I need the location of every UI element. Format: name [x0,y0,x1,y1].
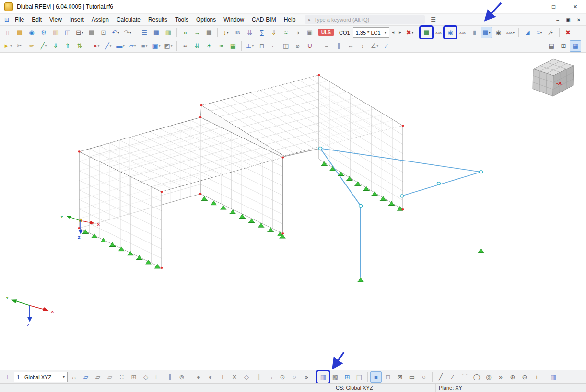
numbering-icon[interactable]: 12 [179,40,191,52]
generate-fe-mesh-icon[interactable]: ▦ [421,27,432,38]
clipping-box-icon[interactable]: ⊞ [558,40,569,52]
next-load-case-icon[interactable]: ► [397,30,404,35]
snap-nearest-icon[interactable]: ◇ [241,371,252,383]
menu-results[interactable]: Results [144,15,171,24]
navigator-icon[interactable]: ▥ [50,27,61,38]
mesh-settings-icon[interactable]: ▩ [329,371,341,383]
table-import-icon[interactable]: ⇓ [50,40,61,52]
grid-icon[interactable]: ⊞ [128,371,140,383]
snap-center-icon[interactable]: ⊙ [277,371,288,383]
delete-results-icon[interactable]: ✖ [404,27,415,38]
line-support-icon[interactable]: ⊓ [256,40,268,52]
search-box[interactable]: ▸ [305,15,425,24]
new-line-icon[interactable]: ╱ [103,40,114,52]
navigation-cube[interactable] [533,59,574,96]
delete-all-results-icon[interactable]: ✖ [562,27,574,38]
select-window-icon[interactable]: ⊠ [394,371,406,383]
draw-arc-icon[interactable]: ⌒ [459,371,470,383]
new-member-icon[interactable]: ▬ [115,40,126,52]
grid-points-icon[interactable]: ∷ [116,371,128,383]
table-export-icon[interactable]: ⇑ [62,40,73,52]
snap-node-icon[interactable]: ● [193,371,204,383]
stretch-icon[interactable]: ↕ [357,40,368,52]
section-icon[interactable]: ∕ [545,27,557,38]
draw-ellipse-icon[interactable]: ◎ [483,371,494,383]
slope-icon[interactable]: ∕ [381,40,392,52]
load-case-combobox[interactable]: 1.35 * LC1 ▾ [353,27,389,38]
undo-icon[interactable]: ↶ [110,27,121,38]
calc-diagram-icon[interactable]: ▦ [203,27,215,38]
show-fe-mesh-icon[interactable]: ◉ [445,27,456,38]
generate-loads-icon[interactable]: ⇊ [191,40,203,52]
mdi-close-button[interactable]: ✕ [574,15,584,24]
edit-objects-icon[interactable]: ✂ [14,40,25,52]
display-grid-icon[interactable]: ▤ [546,40,557,52]
select-rect-icon[interactable]: ▭ [406,371,418,383]
more-draw-icon[interactable]: » [495,371,506,383]
grid-display-icon[interactable]: ▦ [548,371,559,383]
copy-icon[interactable]: ⊡ [98,27,109,38]
zoom-in-icon[interactable]: ⊕ [507,371,518,383]
render-wire-icon[interactable]: □ [382,371,394,383]
values-display-icon[interactable]: x.xx [504,27,516,38]
panel-icon[interactable]: ▣ [304,27,316,38]
save-icon[interactable]: ◫ [62,27,73,38]
polyline-icon[interactable]: ╱ [38,40,49,52]
mdi-restore-button[interactable]: ▣ [563,15,574,24]
workplane-combobox[interactable]: 1 - Global XYZ ▾ [14,372,68,382]
previous-load-case-icon[interactable]: ◄ [390,30,397,35]
table-grid-icon[interactable]: ▦ [151,27,162,38]
draw-line-icon[interactable]: ╱ [435,371,446,383]
render-mode-icon[interactable]: ▦ [570,40,581,52]
mesh-quality-icon[interactable]: ⊞ [341,371,353,383]
wind-load-icon[interactable]: ≈ [215,40,227,52]
generate-mesh-icon[interactable]: ▦ [227,40,239,52]
standard-en-icon[interactable]: EN [232,27,244,38]
show-results-icon[interactable]: ≈ [280,27,292,38]
tables-icon[interactable]: ☰ [139,27,150,38]
align-edges-icon[interactable]: ∥ [333,40,344,52]
mdi-minimize-button[interactable]: – [552,15,563,24]
combinations-icon[interactable]: ∑ [256,27,268,38]
result-values-icon[interactable]: x.xx [457,27,468,38]
close-button[interactable]: ✕ [564,0,586,13]
ortho-icon[interactable]: ∟ [152,371,164,383]
table-tools-icon[interactable]: ▥ [163,27,174,38]
menu-cad-bim[interactable]: CAD-BIM [248,15,280,24]
member-hinge-icon[interactable]: ⌐ [268,40,280,52]
section-tool-icon[interactable]: ⌀ [292,40,304,52]
new-node-icon[interactable]: ● [91,40,102,52]
menu-view[interactable]: View [46,15,66,24]
pan-icon[interactable]: + [531,371,542,383]
show-loads-icon[interactable]: ⇓ [268,27,280,38]
snap-perpendicular-icon[interactable]: ⊥ [217,371,228,383]
load-cases-icon[interactable]: ⇊ [244,27,256,38]
minimize-button[interactable]: – [521,0,543,13]
select-special-icon[interactable]: ► [2,40,13,52]
solid-display-icon[interactable]: ▮ [469,27,480,38]
app-menu-icon[interactable]: ⊞ [1,15,11,24]
new-surface-icon[interactable]: ▱ [127,40,138,52]
snap-intersection-icon[interactable]: ✕ [229,371,240,383]
guidelines-icon[interactable]: ∥ [164,371,176,383]
snap-tangent-icon[interactable]: ○ [289,371,300,383]
render-solid-icon[interactable]: ■ [370,371,382,383]
draw-polyline-icon[interactable]: ∕ [447,371,458,383]
zoom-out-icon[interactable]: ⊖ [519,371,530,383]
plane-xz-icon[interactable]: ▱ [104,371,116,383]
menu-options[interactable]: Options [192,15,220,24]
distribute-icon[interactable]: ↔ [345,40,356,52]
menu-edit[interactable]: Edit [28,15,46,24]
object-snap-icon[interactable]: ⊚ [176,371,188,383]
snap-midpoint-icon[interactable]: ◐ [205,371,216,383]
connect-icon[interactable]: ⚙ [38,27,49,38]
more-snap-icon[interactable]: » [301,371,312,383]
menu-calculate[interactable]: Calculate [113,15,144,24]
calculate-all-icon[interactable]: » [179,27,191,38]
menu-insert[interactable]: Insert [66,15,88,24]
search-input[interactable] [313,16,422,23]
search-options-icon[interactable]: ☰ [428,16,439,23]
report-icon[interactable]: ▤ [86,27,97,38]
workplane-icon[interactable]: ⊥ [2,371,13,383]
draw-circle-icon[interactable]: ◯ [471,371,482,383]
